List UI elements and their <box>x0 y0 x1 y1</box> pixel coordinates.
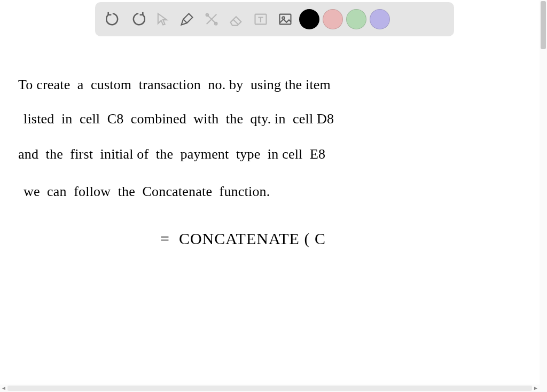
horizontal-scroll-track[interactable] <box>7 386 532 391</box>
redo-button[interactable] <box>127 9 149 30</box>
vertical-scrollbar[interactable] <box>540 0 547 392</box>
text-box-icon <box>253 12 268 27</box>
vertical-scroll-thumb[interactable] <box>541 1 546 49</box>
scroll-right-icon[interactable]: ► <box>532 385 540 392</box>
select-tool-button[interactable] <box>152 9 173 30</box>
svg-rect-3 <box>280 14 291 25</box>
whiteboard-canvas[interactable]: To create a custom transaction no. by us… <box>0 43 540 385</box>
undo-icon <box>106 12 121 27</box>
redo-icon <box>130 12 145 27</box>
color-swatch-purple[interactable] <box>370 9 390 29</box>
handwriting-line: To create a custom transaction no. by us… <box>18 77 331 93</box>
image-icon <box>278 12 293 27</box>
handwriting-line: we can follow the Concatenate function. <box>24 184 270 200</box>
horizontal-scrollbar[interactable]: ◄ ► <box>0 385 547 392</box>
horizontal-scroll-thumb[interactable] <box>7 386 532 391</box>
handwriting-line: listed in cell C8 combined with the qty.… <box>24 111 334 127</box>
eraser-tool-button[interactable] <box>225 9 247 30</box>
color-swatch-green[interactable] <box>346 9 366 29</box>
drawing-toolbar <box>95 2 454 36</box>
color-swatch-pink[interactable] <box>323 9 343 29</box>
handwriting-line: = CONCATENATE ( C <box>160 230 326 248</box>
eraser-icon <box>229 12 244 27</box>
tools-button[interactable] <box>201 9 222 30</box>
cursor-icon <box>155 12 170 27</box>
color-swatch-black[interactable] <box>299 9 319 29</box>
crossed-tools-icon <box>204 12 219 27</box>
text-tool-button[interactable] <box>250 9 271 30</box>
image-tool-button[interactable] <box>275 9 296 30</box>
undo-button[interactable] <box>103 9 124 30</box>
app-viewport: To create a custom transaction no. by us… <box>0 0 547 392</box>
handwriting-line: and the first initial of the payment typ… <box>18 146 325 162</box>
pen-tool-button[interactable] <box>176 9 198 30</box>
scroll-left-icon[interactable]: ◄ <box>0 385 7 392</box>
pen-icon <box>179 12 194 27</box>
